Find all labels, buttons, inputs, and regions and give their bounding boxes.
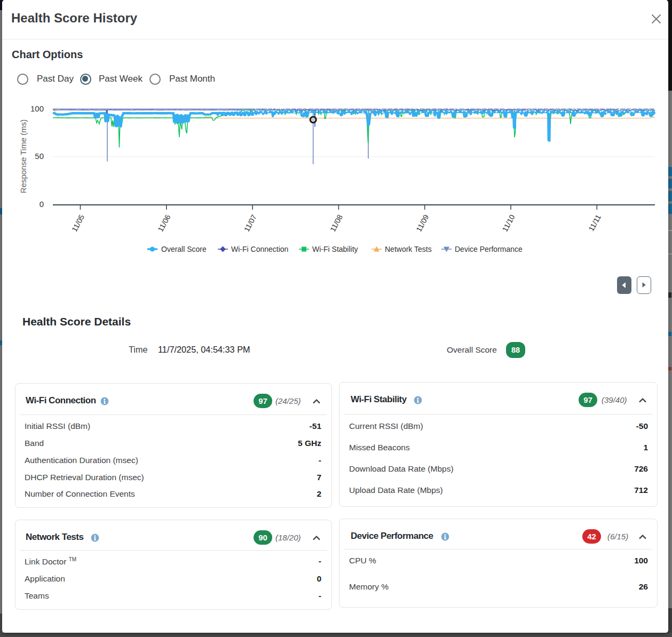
svg-text:100: 100 (30, 104, 44, 113)
svg-text:11/06: 11/06 (156, 213, 172, 233)
svg-text:11/05: 11/05 (70, 213, 86, 233)
svg-text:11/10: 11/10 (501, 213, 517, 233)
svg-text:Wi-Fi Connection: Wi-Fi Connection (231, 245, 288, 253)
svg-text:Device Performance: Device Performance (455, 245, 523, 253)
svg-text:Network Tests: Network Tests (385, 245, 432, 253)
svg-text:Response Time (ms): Response Time (ms) (19, 120, 28, 193)
svg-text:11/11: 11/11 (587, 213, 603, 233)
svg-text:11/07: 11/07 (242, 213, 258, 233)
svg-text:11/08: 11/08 (328, 213, 344, 233)
svg-text:11/09: 11/09 (414, 213, 430, 233)
svg-text:Wi-Fi Stability: Wi-Fi Stability (312, 245, 358, 253)
svg-text:Overall Score: Overall Score (161, 245, 207, 253)
svg-text:0: 0 (39, 200, 44, 209)
svg-text:50: 50 (35, 152, 44, 161)
